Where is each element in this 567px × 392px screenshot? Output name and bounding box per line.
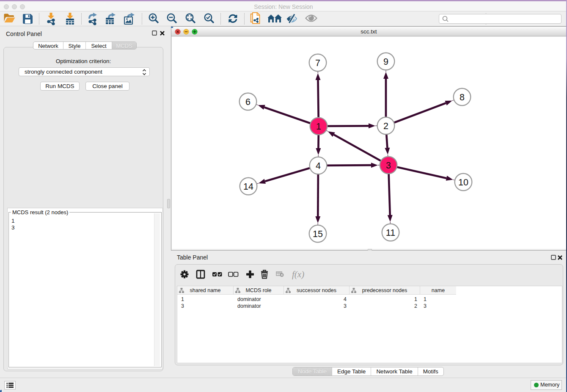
svg-text:7: 7 [315,58,320,68]
svg-text:15: 15 [313,229,323,239]
svg-text:14: 14 [243,182,253,192]
svg-text:f(x): f(x) [292,269,304,279]
svg-text:8: 8 [460,92,465,102]
svg-text:3: 3 [386,160,391,171]
svg-text:9: 9 [383,57,388,67]
svg-text:2: 2 [383,121,388,131]
svg-text:4: 4 [316,161,321,171]
svg-text:10: 10 [458,177,468,188]
svg-text:11: 11 [386,228,395,238]
svg-text:6: 6 [245,97,250,107]
svg-text:1: 1 [316,121,321,132]
